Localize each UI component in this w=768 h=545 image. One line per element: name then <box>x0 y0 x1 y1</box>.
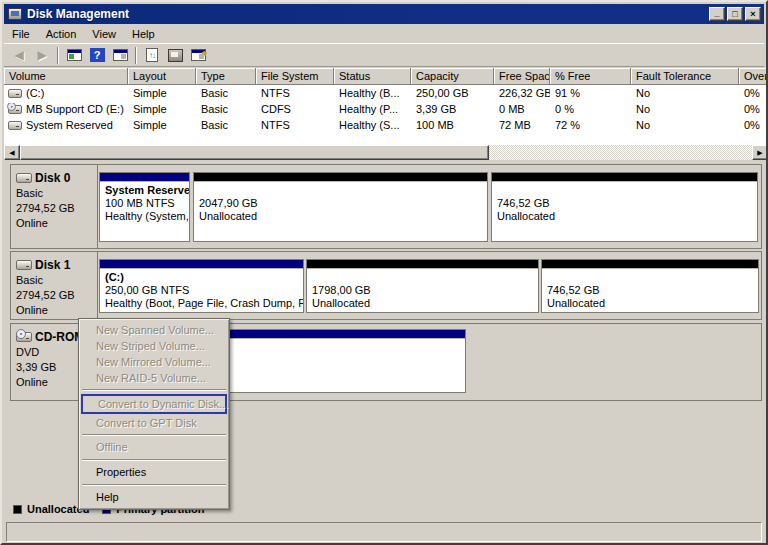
menu-separator <box>82 484 226 486</box>
cell-layout: Simple <box>128 119 196 131</box>
cell-fault-tolerance: No <box>631 103 739 115</box>
disk-0-label-panel[interactable]: Disk 0 Basic 2794,52 GB Online <box>11 165 98 248</box>
column-header-status[interactable]: Status <box>334 68 411 85</box>
disk1-unallocated-region-1[interactable]: 1798,00 GB Unallocated <box>306 259 539 313</box>
cell-free-space: 72 MB <box>494 119 550 131</box>
menu-bar: File Action View Help <box>4 25 764 43</box>
menu-item-properties[interactable]: Properties <box>81 464 227 481</box>
disk-size: 2794,52 GB <box>16 288 95 302</box>
menu-item-new-striped-volume[interactable]: New Striped Volume... <box>81 338 227 354</box>
cell-file-system: CDFS <box>256 103 334 115</box>
toolbar: ◀ ▶ ? ↑↓ * <box>4 43 764 67</box>
volume-list-header: Volume Layout Type File System Status Ca… <box>4 68 768 85</box>
disk0-partition-system-reserved[interactable]: System Reserved 100 MB NTFS Healthy (Sys… <box>99 172 190 242</box>
refresh-icon: ↑↓ <box>146 48 158 62</box>
disk-status: Online <box>16 216 95 230</box>
disk0-unallocated-region-2[interactable]: 746,52 GB Unallocated <box>491 172 758 242</box>
menu-separator <box>82 389 226 391</box>
close-button[interactable]: × <box>745 7 761 21</box>
cell-free-space: 226,32 GB <box>494 87 550 99</box>
menu-item-new-mirrored-volume[interactable]: New Mirrored Volume... <box>81 354 227 370</box>
back-icon: ◀ <box>14 48 23 62</box>
toolbar-separator <box>57 47 59 64</box>
menu-item-convert-to-dynamic-disk[interactable]: Convert to Dynamic Disk... <box>83 396 225 412</box>
menu-item-new-raid5-volume[interactable]: New RAID-5 Volume... <box>81 370 227 386</box>
scroll-left-icon: ◀ <box>9 149 14 157</box>
app-icon <box>8 8 22 20</box>
column-header-volume[interactable]: Volume <box>4 68 128 85</box>
cell-pct-free: 0 % <box>550 103 631 115</box>
cell-pct-free: 72 % <box>550 119 631 131</box>
toolbar-separator <box>135 47 137 64</box>
unallocated-band <box>542 260 758 269</box>
scrollbar-thumb[interactable] <box>20 145 489 160</box>
disk-name: Disk 1 <box>35 258 70 272</box>
forward-button[interactable]: ▶ <box>31 45 53 65</box>
volume-row-mb-support-cd[interactable]: MB Support CD (E:) Simple Basic CDFS Hea… <box>4 101 768 117</box>
cell-capacity: 250,00 GB <box>411 87 494 99</box>
menu-item-help[interactable]: Help <box>81 489 227 506</box>
menu-item-offline[interactable]: Offline <box>81 439 227 456</box>
action-pane-toggle-button[interactable] <box>109 45 131 65</box>
help-button[interactable]: ? <box>86 45 108 65</box>
disk1-unallocated-region-2[interactable]: 746,52 GB Unallocated <box>541 259 759 313</box>
disk0-unallocated-region-1[interactable]: 2047,90 GB Unallocated <box>193 172 488 242</box>
window-title: Disk Management <box>27 7 707 21</box>
disk-management-window: Disk Management _ □ × File Action View H… <box>0 0 768 545</box>
back-button[interactable]: ◀ <box>8 45 30 65</box>
rescan-disks-button[interactable]: * <box>187 45 209 65</box>
column-header-layout[interactable]: Layout <box>128 68 196 85</box>
console-tree-toggle-button[interactable] <box>63 45 85 65</box>
column-header-overhead[interactable]: Overhead <box>739 68 768 85</box>
help-icon: ? <box>90 48 105 62</box>
disk-0-partitions: System Reserved 100 MB NTFS Healthy (Sys… <box>99 165 761 248</box>
disk-properties-button[interactable] <box>164 45 186 65</box>
cell-volume: MB Support CD (E:) <box>4 103 128 115</box>
column-header-file-system[interactable]: File System <box>256 68 334 85</box>
column-header-fault-tolerance[interactable]: Fault Tolerance <box>631 68 739 85</box>
cell-status: Healthy (B... <box>334 87 411 99</box>
unallocated-band <box>492 173 757 182</box>
drive-icon <box>8 89 22 98</box>
disk-1-label-panel[interactable]: Disk 1 Basic 2794,52 GB Online <box>11 252 98 319</box>
menu-action[interactable]: Action <box>38 26 85 42</box>
forward-icon: ▶ <box>37 48 46 62</box>
title-bar: Disk Management _ □ × <box>4 4 764 24</box>
scroll-left-button[interactable]: ◀ <box>4 145 20 160</box>
minimize-button[interactable]: _ <box>709 7 725 21</box>
disk-size: 2794,52 GB <box>16 201 95 215</box>
scroll-right-icon: ▶ <box>757 149 762 157</box>
menu-file[interactable]: File <box>4 26 38 42</box>
cd-drive-icon <box>8 105 22 114</box>
disk-icon <box>16 173 32 183</box>
cell-fault-tolerance: No <box>631 87 739 99</box>
refresh-button[interactable]: ↑↓ <box>141 45 163 65</box>
menu-help[interactable]: Help <box>124 26 163 42</box>
volume-row-system-reserved[interactable]: System Reserved Simple Basic NTFS Health… <box>4 117 768 133</box>
menu-separator <box>82 434 226 436</box>
column-header-pct-free[interactable]: % Free <box>550 68 631 85</box>
menu-item-new-spanned-volume[interactable]: New Spanned Volume... <box>81 322 227 338</box>
disk-1-row: Disk 1 Basic 2794,52 GB Online (C:) 250,… <box>10 251 762 320</box>
cell-layout: Simple <box>128 87 196 99</box>
disk1-partition-c[interactable]: (C:) 250,00 GB NTFS Healthy (Boot, Page … <box>99 259 304 313</box>
volume-row-c[interactable]: (C:) Simple Basic NTFS Healthy (B... 250… <box>4 85 768 101</box>
cell-capacity: 3,39 GB <box>411 103 494 115</box>
column-header-free-space[interactable]: Free Space <box>494 68 550 85</box>
cell-layout: Simple <box>128 103 196 115</box>
scroll-right-button[interactable]: ▶ <box>752 145 768 160</box>
column-header-capacity[interactable]: Capacity <box>411 68 494 85</box>
primary-partition-band <box>100 260 303 269</box>
maximize-button[interactable]: □ <box>727 7 743 21</box>
cell-status: Healthy (S... <box>334 119 411 131</box>
menu-item-convert-to-gpt-disk[interactable]: Convert to GPT Disk <box>81 415 227 431</box>
menu-view[interactable]: View <box>84 26 124 42</box>
column-header-type[interactable]: Type <box>196 68 256 85</box>
cell-free-space: 0 MB <box>494 103 550 115</box>
horizontal-scrollbar[interactable]: ◀ ▶ <box>4 145 768 160</box>
cell-file-system: NTFS <box>256 87 334 99</box>
cell-volume: (C:) <box>4 87 128 99</box>
status-bar <box>6 522 762 542</box>
cell-volume: System Reserved <box>4 119 128 131</box>
cell-type: Basic <box>196 119 256 131</box>
